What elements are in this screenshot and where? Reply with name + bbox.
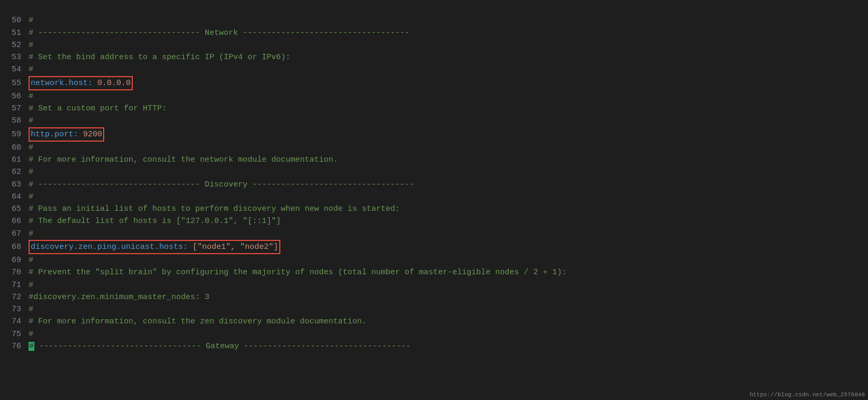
line-74: 74# For more information, consult the ze…	[5, 315, 863, 328]
line-content: #	[29, 90, 863, 103]
line-70: 70# Prevent the "split brain" by configu…	[5, 266, 863, 278]
line-number: 56	[5, 90, 21, 103]
line-number: 55	[5, 77, 21, 89]
line-content: # The default list of hosts is ["127.0.0…	[29, 215, 863, 227]
line-66: 66# The default list of hosts is ["127.0…	[5, 215, 863, 227]
comment-text: # ---------------------------------- Dis…	[29, 180, 414, 189]
line-number: 75	[5, 328, 21, 340]
line-76: 76# ---------------------------------- G…	[5, 340, 863, 352]
line-53: 53# Set the bind address to a specific I…	[5, 51, 863, 63]
comment-text: #	[29, 305, 33, 314]
comment-text: #	[29, 65, 33, 74]
line-number: 73	[5, 303, 21, 315]
line-content: # ---------------------------------- Gat…	[29, 340, 863, 352]
comment-text: #	[29, 168, 33, 176]
line-number: 72	[5, 291, 21, 303]
line-content: #	[29, 142, 863, 154]
line-content: #	[29, 115, 863, 127]
config-value: 9200	[78, 130, 102, 139]
config-key: discovery.zen.ping.unicast.hosts:	[31, 243, 188, 252]
comment-text: #	[29, 116, 33, 125]
line-content: #	[29, 328, 863, 340]
line-content: #	[29, 303, 863, 315]
line-54: 54#	[5, 63, 863, 76]
line-65: 65# Pass an initial list of hosts to per…	[5, 203, 863, 215]
config-value: ["node1", "node2"]	[188, 243, 278, 252]
comment-text: #	[29, 330, 33, 339]
line-content: # Pass an initial list of hosts to perfo…	[29, 203, 863, 215]
line-number: 50	[5, 14, 21, 26]
line-60: 60#	[5, 142, 863, 154]
comment-text: # Set the bind address to a specific IP …	[29, 53, 290, 62]
comment-text: #	[29, 192, 33, 201]
code-block: 50#51# ---------------------------------…	[0, 2, 868, 352]
line-64: 64#	[5, 191, 863, 203]
line-content: #discovery.zen.minimum_master_nodes: 3	[29, 291, 863, 303]
line-73: 73#	[5, 303, 863, 315]
line-number: 64	[5, 191, 21, 203]
comment-text: #	[29, 41, 33, 50]
line-number: 59	[5, 128, 21, 141]
line-content: # For more information, consult the zen …	[29, 315, 863, 328]
line-number: 69	[5, 254, 21, 266]
line-content: #	[29, 39, 863, 51]
comment-text: #	[29, 92, 33, 101]
line-content: discovery.zen.ping.unicast.hosts: ["node…	[29, 240, 863, 254]
line-content: # For more information, consult the netw…	[29, 154, 863, 166]
config-key: network.host:	[31, 79, 93, 88]
line-57: 57# Set a custom port for HTTP:	[5, 103, 863, 115]
line-content: #	[29, 254, 863, 266]
line-59: 59http.port: 9200	[5, 127, 863, 142]
line-58: 58#	[5, 115, 863, 127]
line-52: 52#	[5, 39, 863, 51]
line-number: 71	[5, 279, 21, 291]
highlighted-config: network.host: 0.0.0.0	[29, 76, 133, 90]
line-number: 70	[5, 266, 21, 278]
line-69: 69#	[5, 254, 863, 266]
comment-text: #	[29, 256, 33, 265]
line-number: 61	[5, 154, 21, 166]
line-content: # Prevent the "split brain" by configuri…	[29, 266, 863, 278]
comment-text: # For more information, consult the zen …	[29, 317, 367, 326]
comment-text: # ---------------------------------- Net…	[29, 29, 409, 38]
line-content: #	[29, 228, 863, 240]
line-content: network.host: 0.0.0.0	[29, 76, 863, 90]
comment-text: #	[29, 229, 33, 238]
line-56: 56#	[5, 90, 863, 103]
line-content: #	[29, 166, 863, 178]
comment-text: # Pass an initial list of hosts to perfo…	[29, 204, 400, 213]
line-content: # Set a custom port for HTTP:	[29, 103, 863, 115]
highlighted-config: http.port: 9200	[29, 127, 104, 142]
line-number: 65	[5, 203, 21, 215]
comment-text: # Prevent the "split brain" by configuri…	[29, 268, 567, 277]
comment-text: #	[29, 16, 33, 25]
line-61: 61# For more information, consult the ne…	[5, 154, 863, 166]
line-number: 53	[5, 51, 21, 63]
line-68: 68discovery.zen.ping.unicast.hosts: ["no…	[5, 240, 863, 254]
config-key: http.port:	[31, 130, 78, 139]
line-content: #	[29, 279, 863, 291]
line-50: 50#	[5, 14, 863, 26]
line-number: 51	[5, 27, 21, 39]
line-content: # ---------------------------------- Dis…	[29, 179, 863, 191]
line-number: 67	[5, 228, 21, 240]
line-content: # ---------------------------------- Net…	[29, 27, 863, 39]
line-67: 67#	[5, 228, 863, 240]
line-content: #	[29, 191, 863, 203]
line-62: 62#	[5, 166, 863, 178]
line-content: #	[29, 63, 863, 76]
line-75: 75#	[5, 328, 863, 340]
line-number: 57	[5, 103, 21, 115]
line-63: 63# ---------------------------------- D…	[5, 179, 863, 191]
comment-text: #	[29, 281, 33, 290]
line-number: 62	[5, 166, 21, 178]
highlighted-config: discovery.zen.ping.unicast.hosts: ["node…	[29, 240, 280, 254]
line-number: 66	[5, 215, 21, 227]
comment-text: # ---------------------------------- Gat…	[29, 342, 410, 351]
line-content: #	[29, 14, 863, 26]
comment-text: # Set a custom port for HTTP:	[29, 104, 167, 113]
line-number: 58	[5, 115, 21, 127]
line-number: 76	[5, 340, 21, 352]
line-55: 55network.host: 0.0.0.0	[5, 76, 863, 90]
config-value: 0.0.0.0	[93, 79, 131, 88]
